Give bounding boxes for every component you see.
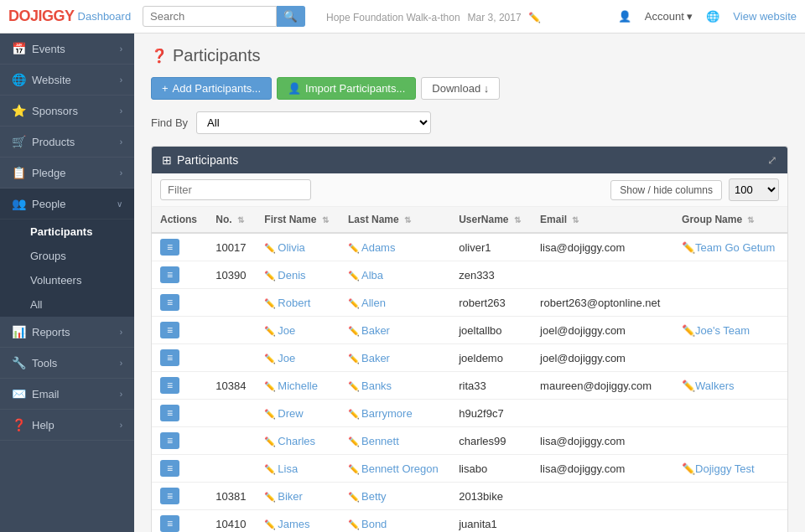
filter-input[interactable] [160,179,311,200]
download-button[interactable]: Download ↓ [421,77,500,100]
sidebar-item-products[interactable]: 🛒 Products › [0,127,134,158]
col-no-label: No. [216,214,231,225]
group-name-link[interactable]: ✏️Walkers [682,380,734,392]
row-action-button[interactable]: ≡ [160,266,179,283]
last-name-edit-link[interactable]: ✏️Baker [348,324,390,337]
row-first-name: ✏️Joe [256,344,340,372]
row-first-name: ✏️Lisa [256,455,340,483]
sidebar-label-products: Products [32,136,75,148]
sidebar-item-people[interactable]: 👥 People ∨ [0,189,134,220]
first-name-edit-link[interactable]: ✏️Olivia [264,241,305,254]
sidebar-item-email[interactable]: ✉️ Email › [0,379,134,410]
col-group-name[interactable]: Group Name ⇅ [673,207,787,233]
row-action-button[interactable]: ≡ [160,515,179,532]
last-name-edit-link[interactable]: ✏️Bond [348,518,387,530]
col-last-name[interactable]: Last Name ⇅ [340,207,450,233]
last-name-edit-link[interactable]: ✏️Adams [348,241,395,254]
group-name-link[interactable]: ✏️Joe's Team [682,324,750,337]
chevron-right-icon: › [120,390,122,399]
last-name-edit-link[interactable]: ✏️Banks [348,380,392,392]
sort-icon: ⇅ [404,215,411,225]
first-name-edit-link[interactable]: ✏️Lisa [264,462,298,475]
row-username: robert263 [450,289,532,317]
row-first-name: ✏️Biker [256,483,340,510]
col-first-name[interactable]: First Name ⇅ [256,207,340,233]
row-no [207,400,256,427]
first-name-edit-link[interactable]: ✏️Drew [264,407,303,420]
row-group-name [673,261,787,289]
sidebar-item-website[interactable]: 🌐 Website › [0,65,134,96]
last-name-edit-link[interactable]: ✏️Betty [348,490,387,503]
plus-icon: + [162,82,169,95]
col-actions[interactable]: Actions [152,207,207,233]
sidebar-item-sponsors[interactable]: ⭐ Sponsors › [0,96,134,127]
sidebar-item-help[interactable]: ❓ Help › [0,410,134,441]
globe-icon: 🌐 [706,10,719,23]
view-website-link[interactable]: View website [733,10,797,23]
show-hide-columns-button[interactable]: Show / hide columns [610,180,722,200]
first-name-edit-link[interactable]: ✏️Charles [264,435,315,447]
row-action-button[interactable]: ≡ [160,405,179,421]
sidebar-item-participants[interactable]: Participants [0,220,134,244]
sidebar-item-pledge[interactable]: 📋 Pledge › [0,158,134,189]
last-name-edit-link[interactable]: ✏️Baker [348,352,390,364]
edit-event-icon[interactable]: ✏️ [528,12,541,23]
first-name-edit-link[interactable]: ✏️Biker [264,490,303,503]
person-icon: 👤 [618,10,631,23]
last-name-edit-link[interactable]: ✏️Alba [348,269,383,281]
col-email[interactable]: Email ⇅ [532,207,673,233]
email-icon: ✉️ [12,387,25,400]
sidebar-item-tools[interactable]: 🔧 Tools › [0,348,134,379]
first-name-edit-link[interactable]: ✏️Michelle [264,380,318,392]
row-action-button[interactable]: ≡ [160,322,179,338]
table-toolbar: Show / hide columns 100 50 25 [152,173,787,207]
search-input[interactable] [143,6,277,27]
sidebar-item-all[interactable]: All [0,292,134,317]
find-by-select[interactable]: All First Name Last Name Email Group [196,111,431,134]
first-name-edit-link[interactable]: ✏️Robert [264,297,310,309]
group-name-link[interactable]: ✏️Team Go Getum [682,241,775,254]
col-username[interactable]: UserName ⇅ [450,207,532,233]
edit-pencil-icon: ✏️ [264,436,276,447]
row-action-button[interactable]: ≡ [160,460,179,477]
first-name-edit-link[interactable]: ✏️Joe [264,352,295,364]
chevron-right-icon: › [120,168,122,178]
first-name-edit-link[interactable]: ✏️Denis [264,269,305,281]
last-name-edit-link[interactable]: ✏️Bennett [348,435,399,447]
row-email: lisa@dojiggy.com [532,233,673,261]
account-menu[interactable]: Account ▾ [645,10,693,23]
last-name-edit-link[interactable]: ✏️Allen [348,297,386,309]
sidebar-label-sponsors: Sponsors [32,105,78,117]
per-page-select[interactable]: 100 50 25 [729,178,779,201]
row-first-name: ✏️Drew [256,400,340,427]
logo[interactable]: DOJIGGY Dashboard [8,8,143,25]
sidebar-item-events[interactable]: 📅 Events › [0,34,134,65]
search-area: 🔍 [143,6,305,27]
row-action-button[interactable]: ≡ [160,377,179,394]
sidebar-item-groups[interactable]: Groups [0,244,134,268]
row-action-button[interactable]: ≡ [160,294,179,311]
row-last-name: ✏️Alba [340,261,450,289]
row-action-button[interactable]: ≡ [160,349,179,366]
edit-pencil-icon: ✏️ [348,243,360,253]
last-name-edit-link[interactable]: ✏️Bennett Oregon [348,462,439,475]
page-header: ❓ Participants [151,46,788,65]
expand-icon[interactable]: ⤢ [767,153,777,167]
row-action-button[interactable]: ≡ [160,239,179,256]
event-name: Hope Foundation Walk-a-thon [326,12,460,23]
group-name-link[interactable]: ✏️Dojiggy Test [682,462,755,475]
first-name-edit-link[interactable]: ✏️James [264,518,309,530]
sidebar-item-reports[interactable]: 📊 Reports › [0,317,134,348]
add-participants-button[interactable]: + Add Participants... [151,77,272,100]
last-name-edit-link[interactable]: ✏️Barrymore [348,407,413,420]
import-participants-button[interactable]: 👤 Import Participants... [277,77,416,100]
search-button[interactable]: 🔍 [277,6,305,27]
row-username: h9u2f9c7 [450,400,532,427]
row-no [207,289,256,317]
row-action-button[interactable]: ≡ [160,432,179,449]
row-action-button[interactable]: ≡ [160,488,179,504]
col-no[interactable]: No. ⇅ [207,207,256,233]
sidebar-item-volunteers[interactable]: Volunteers [0,268,134,292]
row-username: 2013bike [450,483,532,510]
first-name-edit-link[interactable]: ✏️Joe [264,324,295,337]
